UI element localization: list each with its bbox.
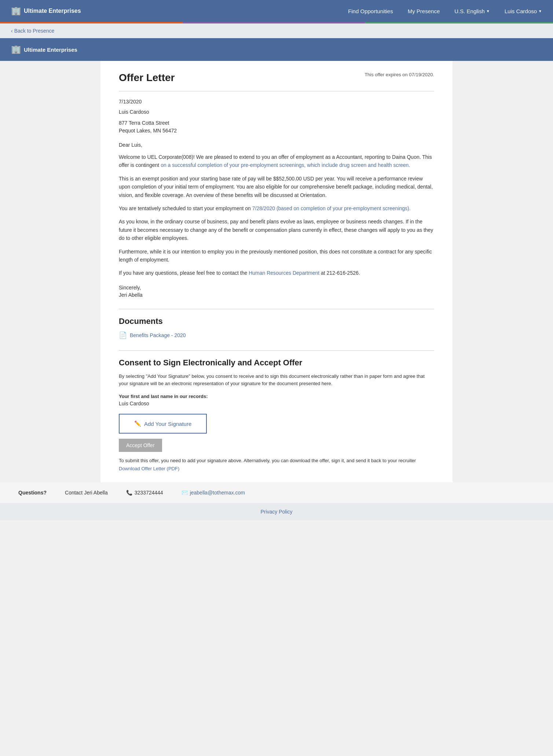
consent-name-label: Your first and last name in our records: bbox=[119, 394, 434, 399]
language-dropdown-arrow: ▼ bbox=[486, 9, 490, 13]
document-label: Benefits Package - 2020 bbox=[130, 332, 186, 338]
questions-email[interactable]: ✉️ jeabella@tothemax.com bbox=[182, 490, 245, 496]
offer-letter-header: Offer Letter This offer expires on 07/19… bbox=[119, 72, 434, 84]
document-icon: 📄 bbox=[119, 331, 127, 339]
pen-icon: ✏️ bbox=[134, 420, 141, 427]
letter-candidate-name: Luis Cardoso bbox=[119, 109, 434, 115]
questions-label: Questions? bbox=[18, 490, 47, 496]
nav-links: Find Opportunities My Presence U.S. Engl… bbox=[348, 8, 542, 14]
document-item[interactable]: 📄 Benefits Package - 2020 bbox=[119, 331, 434, 339]
banner-icon: 🏢 bbox=[11, 45, 21, 54]
questions-contact: Contact Jeri Abella bbox=[65, 490, 108, 496]
nav-find-opportunities[interactable]: Find Opportunities bbox=[348, 8, 393, 14]
breadcrumb-bar: ‹ Back to Presence bbox=[0, 23, 553, 38]
consent-section: Consent to Sign Electronically and Accep… bbox=[119, 358, 434, 472]
submit-note: To submit this offer, you need to add yo… bbox=[119, 458, 434, 463]
nav-my-presence[interactable]: My Presence bbox=[408, 8, 440, 14]
brand-icon: 🏢 bbox=[11, 6, 21, 16]
letter-greeting: Dear Luis, bbox=[119, 142, 434, 148]
documents-section: Documents 📄 Benefits Package - 2020 bbox=[119, 317, 434, 339]
nav-language[interactable]: U.S. English ▼ bbox=[454, 8, 490, 14]
letter-para-4: As you know, in the ordinary course of b… bbox=[119, 218, 434, 242]
letter-signatory: Jeri Abella bbox=[119, 292, 434, 298]
privacy-footer: Privacy Policy bbox=[0, 503, 553, 521]
download-offer-link[interactable]: Download Offer Letter (PDF) bbox=[119, 466, 179, 471]
letter-para-5: Furthermore, while it is our intention t… bbox=[119, 248, 434, 264]
back-chevron-icon: ‹ bbox=[11, 28, 13, 34]
main-content: Offer Letter This offer expires on 07/19… bbox=[100, 61, 453, 482]
letter-para-3: You are tentatively scheduled to start y… bbox=[119, 204, 434, 212]
body-divider bbox=[119, 309, 434, 309]
letter-para-1: Welcome to UEL Corporate(008)! We are pl… bbox=[119, 153, 434, 169]
brand-name: Ultimate Enterprises bbox=[24, 8, 81, 14]
questions-phone: 📞 3233724444 bbox=[126, 490, 163, 496]
letter-para-6: If you have any questions, please feel f… bbox=[119, 269, 434, 277]
back-to-presence-link[interactable]: ‹ Back to Presence bbox=[11, 28, 542, 34]
company-header-banner: 🏢 Ultimate Enterprises bbox=[0, 38, 553, 61]
offer-expiry: This offer expires on 07/19/2020. bbox=[365, 72, 434, 77]
nav-user[interactable]: Luis Cardoso ▼ bbox=[505, 8, 542, 14]
nav-brand: 🏢 Ultimate Enterprises bbox=[11, 6, 348, 16]
consent-name-value: Luis Cardoso bbox=[119, 401, 434, 406]
letter-para-2: This is an exempt position and your star… bbox=[119, 175, 434, 199]
questions-bar: Questions? Contact Jeri Abella 📞 3233724… bbox=[0, 482, 553, 503]
consent-title: Consent to Sign Electronically and Accep… bbox=[119, 358, 434, 368]
phone-icon: 📞 bbox=[126, 490, 132, 496]
banner-company-name: Ultimate Enterprises bbox=[24, 47, 77, 53]
letter-address: 877 Terra Cotta Street Pequot Lakes, MN … bbox=[119, 119, 434, 135]
docs-divider bbox=[119, 350, 434, 351]
documents-title: Documents bbox=[119, 317, 434, 326]
privacy-policy-link[interactable]: Privacy Policy bbox=[260, 509, 292, 515]
address-line1: 877 Terra Cotta Street bbox=[119, 120, 169, 126]
accept-offer-button[interactable]: Accept Offer bbox=[119, 439, 162, 452]
email-icon: ✉️ bbox=[182, 490, 188, 496]
address-line2: Pequot Lakes, MN 56472 bbox=[119, 128, 177, 134]
user-dropdown-arrow: ▼ bbox=[538, 9, 542, 13]
letter-date: 7/13/2020 bbox=[119, 99, 434, 105]
letter-closing: Sincerely, bbox=[119, 285, 434, 291]
offer-letter-title: Offer Letter bbox=[119, 72, 175, 84]
header-divider bbox=[119, 91, 434, 91]
navigation: 🏢 Ultimate Enterprises Find Opportunitie… bbox=[0, 0, 553, 22]
add-signature-button[interactable]: ✏️ Add Your Signature bbox=[119, 414, 207, 434]
consent-text: By selecting "Add Your Signature" below,… bbox=[119, 373, 434, 388]
